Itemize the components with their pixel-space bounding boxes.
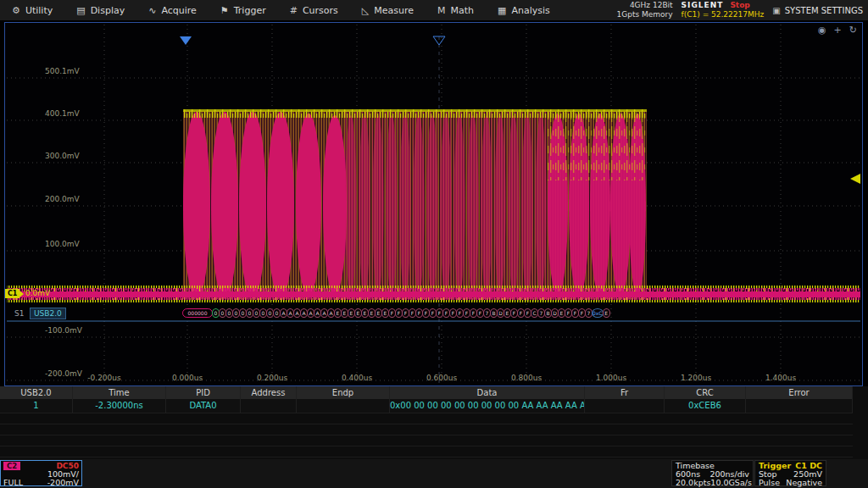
- t-axis-label: 1.400us: [755, 374, 806, 382]
- trigger-type: Pulse: [759, 479, 780, 487]
- c1-offset-marker[interactable]: C1: [5, 289, 19, 298]
- s1-label: S1: [14, 309, 24, 318]
- status-bar: C1 DC50 100mV/ FULL -200mV C2 DC50 100mV…: [0, 459, 868, 488]
- system-settings-button[interactable]: ▣ SYSTEM SETTINGS: [772, 6, 863, 15]
- menu-item-label: Analysis: [511, 5, 549, 16]
- cell-error: [746, 399, 853, 413]
- channel-descriptor-box[interactable]: C2 DC50 100mV/ FULL -200mV: [0, 460, 82, 486]
- history-icon[interactable]: ↻: [849, 25, 857, 36]
- cell-data: 0x00 00 00 00 00 00 00 00 00 AA AA AA AA…: [390, 399, 585, 413]
- menu-items: ⚙ Utility ▤ Display ∿ Acquire ⚑ Trigger …: [0, 0, 562, 20]
- trigger-level-marker[interactable]: [850, 174, 860, 184]
- menu-item-label: Display: [91, 5, 125, 16]
- menu-item-label: Acquire: [161, 5, 196, 16]
- t-axis-label: -0.200us: [79, 374, 130, 382]
- menu-item-icon: ▤: [76, 5, 85, 16]
- menu-item-icon: ▦: [498, 5, 506, 16]
- brand-logo: SIGLENT: [682, 1, 724, 9]
- oscilloscope-screen: ⚙ Utility ▤ Display ∿ Acquire ⚑ Trigger …: [0, 0, 868, 488]
- t-axis-label: 1.000us: [586, 374, 637, 382]
- t-axis-label: 0.600us: [416, 374, 467, 382]
- timebase-points: 20.0kpts: [676, 479, 710, 487]
- t-axis-label: 0.400us: [331, 374, 382, 382]
- col-header-time: Time: [73, 386, 166, 399]
- cell-fr: [585, 399, 665, 413]
- v-axis-label: -200.0mV: [45, 369, 82, 378]
- decode-table-header: USB2.0 Time PID Address Endp Data Fr CRC…: [0, 386, 853, 399]
- t-axis-label: 0.800us: [501, 374, 552, 382]
- v-axis-label: 200.0mV: [45, 195, 80, 203]
- col-header-fr: Fr: [585, 386, 665, 399]
- fit-screen-icon[interactable]: +: [834, 25, 842, 36]
- menu-item-label: Trigger: [234, 5, 266, 16]
- frequency-counter: f(C1) = 52.22217MHz: [682, 10, 765, 19]
- menu-item[interactable]: ▤ Display: [64, 0, 136, 20]
- menu-item[interactable]: ⚙ Utility: [0, 0, 64, 20]
- menu-item-label: Cursors: [303, 5, 338, 16]
- trigger-slope: Negative: [786, 479, 822, 487]
- menu-item-icon: ⚑: [220, 5, 229, 16]
- cell-pid: DATA0: [166, 399, 241, 413]
- t-axis-label: 0.000us: [162, 374, 213, 382]
- decode-table: USB2.0 Time PID Address Endp Data Fr CRC…: [0, 386, 868, 459]
- timebase-box[interactable]: Timebase 600ns200ns/div 20.0kpts10.0GSa/…: [671, 460, 754, 486]
- menu-item-icon: ∿: [148, 5, 156, 16]
- scope-spec: 4GHz 12Bit 1Gpts Memory: [617, 1, 673, 19]
- v-axis-label: 400.1mV: [45, 109, 80, 118]
- plot-toolbar: ◉ + ↻: [818, 25, 857, 36]
- menu-item[interactable]: # Cursors: [278, 0, 350, 20]
- cell-endp: [297, 399, 390, 413]
- cell-crc: 0xCEB6: [665, 399, 746, 413]
- system-settings-icon: ▣: [772, 6, 780, 15]
- cell-time: -2.30000ns: [73, 399, 166, 413]
- brand-block: SIGLENTStop f(C1) = 52.22217MHz: [682, 1, 765, 19]
- v-axis-label: 100.0mV: [45, 240, 80, 248]
- v-axis-label: -100.0mV: [45, 326, 82, 335]
- menu-item-icon: ◺: [362, 5, 369, 16]
- decode-token: 000000: [182, 308, 213, 318]
- menu-item-icon: M: [437, 5, 446, 16]
- menu-item[interactable]: ▦ Analysis: [486, 0, 562, 20]
- col-header-data: Data: [390, 386, 585, 399]
- menu-item-icon: #: [290, 5, 298, 16]
- timebase-rate: 10.0GSa/s: [710, 479, 752, 487]
- waveform-grid: ◉ + ↻ 500.1mV 400.1mV 300.0mV 200.0mV 10…: [4, 22, 863, 386]
- decode-token: 0xC: [592, 308, 604, 318]
- cell-address: [241, 399, 297, 413]
- menu-item[interactable]: M Math: [426, 0, 486, 20]
- menu-item[interactable]: ∿ Acquire: [136, 0, 209, 20]
- menu-item[interactable]: ◺ Measure: [350, 0, 426, 20]
- col-header-bus: USB2.0: [0, 386, 73, 399]
- decode-table-row[interactable]: 1 -2.30000ns DATA0 0x00 00 00 00 00 00 0…: [0, 399, 853, 413]
- col-header-crc: CRC: [665, 386, 746, 399]
- menu-bar-right: 4GHz 12Bit 1Gpts Memory SIGLENTStop f(C1…: [617, 1, 868, 19]
- col-header-endp: Endp: [297, 386, 390, 399]
- col-header-error: Error: [746, 386, 853, 399]
- s1-bus-label[interactable]: USB2.0: [30, 308, 66, 319]
- c1-zero-label: 0.0mV: [25, 289, 50, 297]
- col-header-pid: PID: [166, 386, 241, 399]
- trigger-position-marker[interactable]: [180, 36, 192, 45]
- col-header-address: Address: [241, 386, 297, 399]
- t-axis-label: 0.200us: [247, 374, 298, 382]
- cell-index: 1: [0, 399, 73, 413]
- screenshot-icon[interactable]: ◉: [818, 25, 826, 36]
- trigger-box[interactable]: TriggerC1 DC Stop250mV PulseNegative: [754, 460, 826, 486]
- v-axis-label: 300.0mV: [45, 152, 80, 160]
- acquisition-status: Stop: [730, 1, 749, 9]
- channel-badge: C2: [3, 462, 20, 470]
- menu-item-label: Utility: [25, 5, 53, 16]
- menu-item-label: Math: [451, 5, 475, 16]
- menu-item[interactable]: ⚑ Trigger: [209, 0, 278, 20]
- menu-bar: ⚙ Utility ▤ Display ∿ Acquire ⚑ Trigger …: [0, 0, 868, 21]
- channel-offset: -200mV: [47, 479, 79, 487]
- menu-item-label: Measure: [374, 5, 414, 16]
- channel-bandwidth: FULL: [3, 479, 23, 487]
- v-axis-label: 500.1mV: [45, 67, 80, 75]
- decode-token-row: 0000000000000000AAAAAAAAEEEEEEEEFFFFFFFF…: [183, 308, 658, 319]
- menu-item-icon: ⚙: [12, 5, 20, 16]
- waveform-canvas: [5, 23, 862, 385]
- t-axis-label: 1.200us: [670, 374, 721, 382]
- decode-token: E: [603, 308, 610, 318]
- decode-table-empty-rows: [0, 413, 853, 460]
